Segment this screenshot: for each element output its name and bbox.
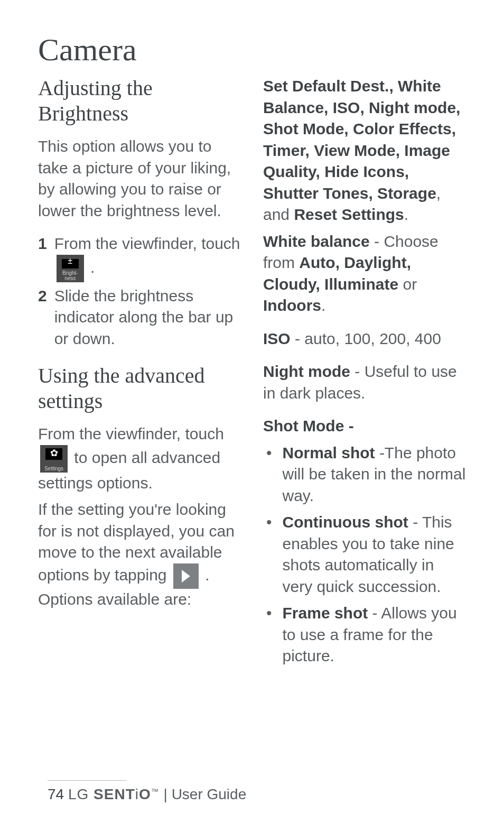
night-label: Night mode: [263, 363, 350, 380]
step-1-text-post: .: [90, 258, 95, 275]
brand-sent: SENT: [94, 786, 135, 802]
wb-label: White balance: [263, 233, 370, 250]
night-mode-item: Night mode - Useful to use in dark place…: [263, 361, 467, 404]
wb-options-2: Indoors: [263, 297, 321, 314]
shot-mode-label: Shot Mode -: [263, 417, 354, 434]
bullet-label: Frame shot: [283, 604, 368, 622]
next-arrow-icon: [173, 563, 199, 589]
brand-o: O: [139, 786, 151, 802]
adv-text-pre: From the viewfinder, touch: [38, 425, 224, 442]
step-body: Slide the brightness indicator along the…: [54, 285, 242, 350]
options-end: .: [404, 206, 408, 223]
content-columns: Adjusting the Brightness This option all…: [38, 76, 467, 672]
step-number: 2: [38, 285, 47, 350]
brand-i: i: [135, 786, 139, 802]
left-column: Adjusting the Brightness This option all…: [38, 76, 242, 672]
shot-mode-list: Normal shot -The photo will be taken in …: [263, 442, 467, 667]
list-item: Normal shot -The photo will be taken in …: [263, 442, 467, 507]
page-footer: 74 LG SENTiO™ | User Guide: [0, 780, 504, 803]
shot-mode-heading: Shot Mode -: [263, 415, 467, 437]
step-body: From the viewfinder, touch Bright- ness …: [54, 233, 242, 282]
settings-icon: Settings: [40, 445, 68, 473]
bullet-label: Normal shot: [283, 444, 375, 461]
brand-lg: LG: [68, 786, 89, 802]
brightness-icon: Bright- ness: [57, 255, 84, 282]
list-item: Frame shot - Allows you to use a frame f…: [263, 603, 467, 667]
step-1-text-pre: From the viewfinder, touch: [54, 235, 240, 252]
brand-logo: LG SENTiO™: [68, 786, 164, 802]
page-number: 74: [48, 786, 64, 802]
right-column: Set Default Dest., White Balance, ISO, N…: [263, 76, 467, 672]
wb-end: .: [321, 297, 325, 314]
wb-or: or: [398, 275, 417, 293]
footer-sep: |: [164, 786, 172, 802]
page-title: Camera: [38, 32, 467, 68]
advanced-para-2: If the setting you're looking for is not…: [38, 499, 242, 610]
heading-advanced-settings: Using the advanced settings: [38, 363, 242, 414]
white-balance-item: White balance - Choose from Auto, Daylig…: [263, 231, 467, 317]
footer-rule: [48, 780, 127, 781]
step-2: 2 Slide the brightness indicator along t…: [38, 285, 242, 350]
bullet-body: Frame shot - Allows you to use a frame f…: [283, 603, 467, 667]
advanced-para-1: From the viewfinder, touch Settings to o…: [38, 423, 242, 494]
iso-label: ISO: [263, 330, 291, 347]
footer-text: 74 LG SENTiO™ | User Guide: [48, 786, 504, 803]
heading-adjusting-brightness: Adjusting the Brightness: [38, 76, 242, 126]
settings-icon-label: Settings: [40, 466, 68, 471]
bullet-body: Continuous shot - This enables you to ta…: [283, 512, 467, 597]
bullet-body: Normal shot -The photo will be taken in …: [283, 442, 467, 507]
iso-item: ISO - auto, 100, 200, 400: [263, 328, 467, 350]
brightness-steps: 1 From the viewfinder, touch Bright- nes…: [38, 233, 242, 349]
brightness-intro: This option allows you to take a picture…: [38, 136, 242, 221]
bullet-label: Continuous shot: [283, 513, 408, 531]
options-list: Set Default Dest., White Balance, ISO, N…: [263, 76, 467, 226]
step-1: 1 From the viewfinder, touch Bright- nes…: [38, 233, 242, 282]
options-bold-2: Reset Settings: [294, 206, 404, 223]
brightness-icon-label: Bright- ness: [57, 271, 84, 281]
iso-values: - auto, 100, 200, 400: [291, 330, 441, 347]
step-number: 1: [38, 233, 47, 282]
footer-guide: User Guide: [172, 786, 247, 802]
brand-tm: ™: [151, 787, 159, 796]
options-bold-1: Set Default Dest., White Balance, ISO, N…: [263, 77, 460, 202]
list-item: Continuous shot - This enables you to ta…: [263, 512, 467, 597]
